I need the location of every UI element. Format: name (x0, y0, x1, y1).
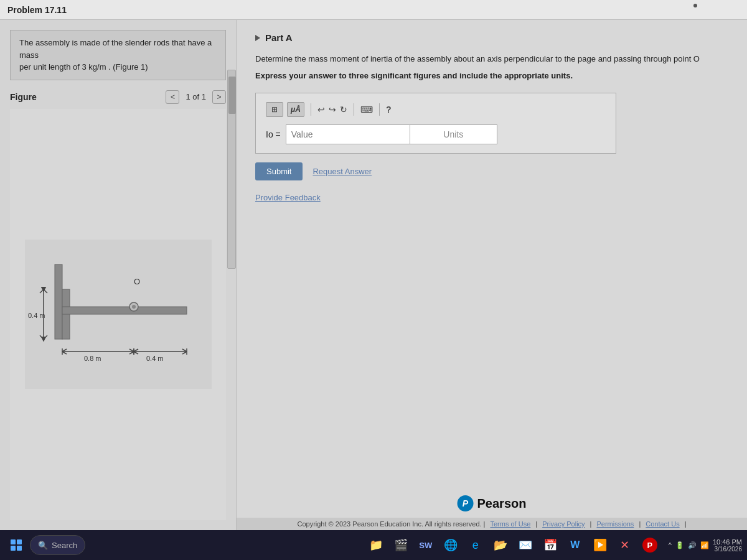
clock[interactable]: 10:46 PM 3/16/2026 (713, 538, 742, 553)
terms-link[interactable]: Terms of Use (490, 520, 530, 528)
nav-next-button[interactable]: > (212, 90, 226, 104)
matrix-button[interactable]: ⊞ (266, 102, 283, 117)
taskbar-app-sw[interactable]: SW (415, 534, 437, 556)
refresh-icon[interactable]: ↻ (340, 105, 347, 114)
svg-text:0.8 m: 0.8 m (84, 355, 101, 362)
taskbar-app-folder[interactable]: 📂 (489, 534, 512, 556)
privacy-link[interactable]: Privacy Policy (542, 520, 585, 528)
io-label: Io = (266, 129, 281, 139)
p-icon: P (642, 538, 657, 553)
pearson-section: P Pearson (458, 495, 527, 511)
figure-header: Figure < 1 of 1 > (10, 90, 226, 104)
request-answer-link[interactable]: Request Answer (312, 167, 372, 176)
search-bar[interactable]: 🔍 Search (30, 535, 85, 555)
question-text-1: Determine the mass moment of inertia of … (255, 53, 728, 66)
close-taskbar-icon: ✕ (620, 538, 629, 552)
taskbar-app-word[interactable]: W (564, 534, 586, 556)
svg-rect-1 (55, 264, 62, 339)
copyright-text: Copyright © 2023 Pearson Education Inc. … (297, 520, 485, 528)
figure-label: Figure (10, 92, 37, 102)
input-row: Io = Units (266, 124, 606, 144)
mail-icon: ✉️ (519, 538, 532, 552)
pearson-brand: Pearson (477, 497, 527, 511)
tray-expand[interactable]: ^ (669, 541, 672, 549)
word-icon: W (570, 539, 580, 551)
pearson-logo: P (458, 495, 474, 511)
play-icon: ▶️ (593, 538, 607, 552)
right-panel: Part A Determine the mass moment of iner… (237, 20, 747, 530)
description-line2: per unit length of 3 kg/m . (Figure 1) (19, 62, 148, 72)
button-row: Submit Request Answer (255, 162, 728, 180)
keyboard-icon[interactable]: ⌨ (360, 105, 373, 114)
taskbar-app-p[interactable]: P (639, 534, 661, 556)
submit-button[interactable]: Submit (255, 162, 303, 180)
calendar-icon: 📅 (543, 538, 557, 552)
taskbar-app-calendar[interactable]: 📅 (539, 534, 561, 556)
left-panel: The assembly is made of the slender rods… (0, 20, 237, 530)
question-text-2: Express your answer to three significant… (255, 70, 728, 83)
description-line1: The assembly is made of the slender rods… (19, 38, 212, 60)
svg-text:0.4 m: 0.4 m (28, 312, 45, 319)
taskbar-app-video[interactable]: 🎬 (390, 534, 412, 556)
help-icon[interactable]: ? (386, 105, 392, 114)
scroll-bar[interactable] (227, 70, 236, 269)
permissions-link[interactable]: Permissions (596, 520, 634, 528)
main-content: The assembly is made of the slender rods… (0, 20, 747, 530)
taskbar-app-edge[interactable]: e (464, 534, 487, 556)
clock-time: 10:46 PM (713, 538, 742, 546)
files-icon: 📁 (369, 538, 383, 552)
tray-wifi[interactable]: 📶 (700, 541, 709, 549)
taskbar-app-browser[interactable]: 🌐 (439, 534, 462, 556)
collapse-icon[interactable] (255, 35, 260, 41)
taskbar-app-mail[interactable]: ✉️ (514, 534, 537, 556)
svg-text:0.4 m: 0.4 m (146, 355, 164, 362)
top-bar: Problem 17.11 (0, 0, 747, 20)
svg-text:O: O (134, 277, 140, 286)
figure-nav: < 1 of 1 > (166, 90, 226, 104)
search-label: Search (52, 541, 77, 550)
figure-svg: O 0.4 m 0.8 m 0.4 m (25, 240, 212, 389)
taskbar-app-files[interactable]: 📁 (365, 534, 387, 556)
system-tray: ^ 🔋 🔊 📶 10:46 PM 3/16/2026 (669, 538, 742, 553)
toolbar-separator-2 (354, 103, 354, 116)
dot-indicator (693, 4, 697, 7)
mu-button[interactable]: μÅ (287, 102, 304, 117)
answer-box: ⊞ μÅ ↩ ↪ ↻ ⌨ ? Io = Units (255, 93, 616, 154)
redo-icon[interactable]: ↪ (329, 105, 336, 114)
browser-icon: 🌐 (444, 538, 458, 552)
part-a-header: Part A (255, 32, 728, 43)
nav-page: 1 of 1 (182, 92, 210, 101)
answer-toolbar: ⊞ μÅ ↩ ↪ ↻ ⌨ ? (266, 102, 606, 117)
units-display: Units (410, 124, 497, 144)
toolbar-separator-3 (379, 103, 380, 116)
taskbar: 🔍 Search 📁 🎬 SW 🌐 e 📂 ✉️ 📅 W ▶️ ✕ P ^ 🔋 (0, 530, 747, 560)
toolbar-separator-1 (311, 103, 311, 116)
taskbar-app-play[interactable]: ▶️ (589, 534, 611, 556)
taskbar-app-close[interactable]: ✕ (614, 534, 636, 556)
windows-logo (11, 539, 22, 551)
tray-sound[interactable]: 🔊 (688, 541, 697, 549)
copyright-bar: Copyright © 2023 Pearson Education Inc. … (237, 518, 747, 530)
tray-battery: 🔋 (675, 541, 684, 549)
undo-icon[interactable]: ↩ (317, 105, 325, 114)
start-button[interactable] (5, 534, 27, 556)
video-icon: 🎬 (394, 538, 408, 552)
svg-point-6 (132, 305, 136, 309)
part-a-label: Part A (265, 32, 293, 43)
problem-title: Problem 17.11 (7, 5, 67, 15)
folder-icon: 📂 (494, 538, 507, 552)
feedback-link[interactable]: Provide Feedback (255, 193, 321, 202)
search-icon: 🔍 (38, 541, 48, 550)
contact-link[interactable]: Contact Us (646, 520, 679, 528)
figure-area: O 0.4 m 0.8 m 0.4 m (10, 109, 226, 521)
scroll-thumb[interactable] (228, 77, 236, 114)
value-input[interactable] (286, 124, 410, 144)
nav-prev-button[interactable]: < (166, 90, 179, 104)
svg-rect-3 (62, 307, 187, 314)
mu-label: μÅ (291, 105, 301, 114)
problem-description: The assembly is made of the slender rods… (10, 30, 226, 80)
edge-icon: e (472, 539, 479, 552)
sw-icon: SW (419, 541, 432, 550)
clock-date: 3/16/2026 (713, 546, 742, 553)
